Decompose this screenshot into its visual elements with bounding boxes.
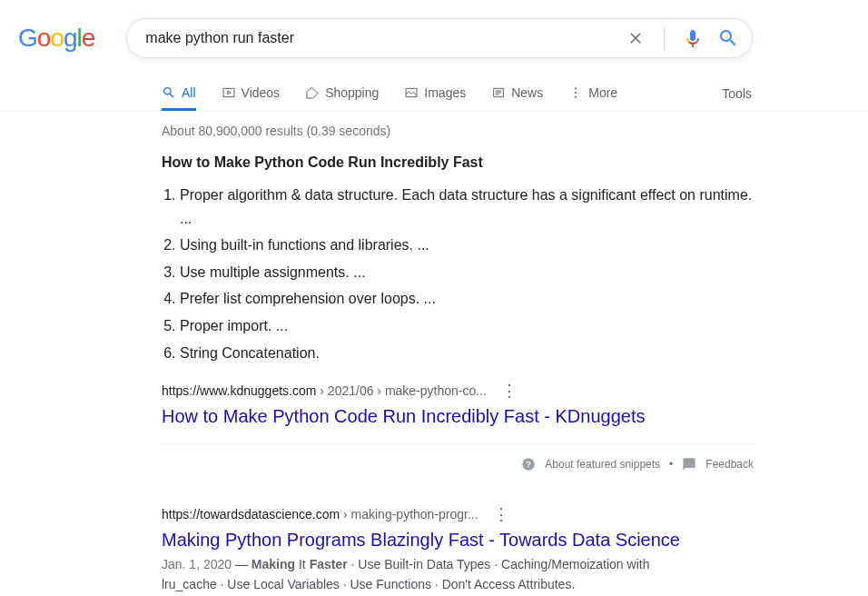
- snippet-footer: ? About featured snippets • Feedback: [162, 443, 754, 472]
- search-icon[interactable]: [717, 27, 739, 49]
- tab-label: Shopping: [325, 85, 379, 100]
- tab-label: News: [511, 85, 543, 100]
- image-icon: [404, 85, 419, 100]
- result-url[interactable]: https://towardsdatascience.com › making-…: [162, 504, 754, 524]
- news-icon: [491, 85, 506, 100]
- separator: •: [669, 458, 673, 471]
- svg-text:?: ?: [526, 460, 531, 469]
- google-logo[interactable]: Google: [18, 24, 94, 53]
- divider: [664, 25, 665, 51]
- result-url[interactable]: https://www.kdnuggets.com › 2021/06 › ma…: [162, 381, 754, 401]
- about-snippets-link[interactable]: About featured snippets: [545, 458, 660, 471]
- result-stats: About 80,900,000 results (0.39 seconds): [162, 111, 754, 154]
- result-title[interactable]: How to Make Python Code Run Incredibly F…: [162, 406, 754, 427]
- help-icon: ?: [521, 457, 536, 472]
- snippet-title: How to Make Python Code Run Incredibly F…: [162, 154, 754, 171]
- voice-search-icon[interactable]: [682, 27, 704, 49]
- list-item: Use multiple assignments. ...: [180, 261, 754, 284]
- tools-button[interactable]: Tools: [722, 77, 752, 110]
- search-icon: [162, 85, 176, 100]
- feedback-link[interactable]: Feedback: [705, 458, 754, 471]
- tab-more[interactable]: More: [568, 76, 617, 110]
- result-menu-icon[interactable]: ⋮: [489, 504, 513, 524]
- feedback-icon: [682, 457, 696, 472]
- tab-label: Images: [424, 85, 466, 100]
- video-icon: [222, 85, 236, 100]
- list-item: Proper import. ...: [180, 314, 754, 338]
- result-description: Jan. 1, 2020 — Making It Faster · Use Bu…: [162, 554, 706, 594]
- shopping-icon: [305, 85, 320, 100]
- search-result: https://towardsdatascience.com › making-…: [162, 504, 754, 594]
- tab-label: Videos: [242, 85, 281, 100]
- tab-images[interactable]: Images: [404, 76, 466, 110]
- svg-point-0: [575, 87, 577, 89]
- tab-label: More: [588, 85, 617, 100]
- search-input[interactable]: [145, 30, 625, 46]
- list-item: Proper algorithm & data structure. Each …: [180, 184, 754, 230]
- tab-videos[interactable]: Videos: [222, 76, 281, 110]
- search-result: https://www.kdnuggets.com › 2021/06 › ma…: [162, 381, 754, 427]
- search-box: [126, 18, 753, 58]
- tab-all[interactable]: All: [162, 76, 196, 110]
- clear-icon[interactable]: [625, 27, 646, 49]
- list-item: Prefer list comprehension over loops. ..…: [180, 287, 754, 311]
- svg-point-2: [575, 96, 577, 98]
- tab-label: All: [182, 85, 196, 100]
- list-item: String Concatenation.: [180, 342, 754, 365]
- result-title[interactable]: Making Python Programs Blazingly Fast - …: [162, 530, 754, 551]
- tab-shopping[interactable]: Shopping: [305, 76, 379, 110]
- featured-snippet: How to Make Python Code Run Incredibly F…: [162, 154, 754, 364]
- svg-point-1: [575, 92, 577, 94]
- snippet-list: Proper algorithm & data structure. Each …: [162, 184, 754, 364]
- more-icon: [568, 85, 583, 100]
- result-menu-icon[interactable]: ⋮: [498, 381, 521, 401]
- tab-news[interactable]: News: [491, 76, 543, 110]
- list-item: Using built-in functions and libraries. …: [180, 233, 754, 257]
